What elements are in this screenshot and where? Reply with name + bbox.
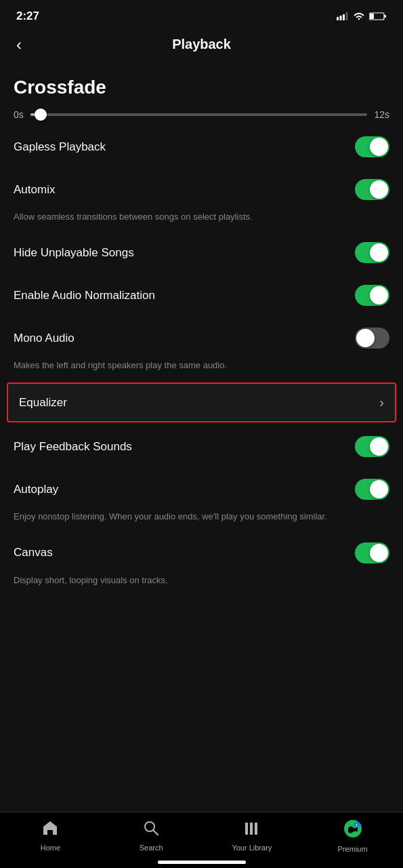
nav-label-search: Search	[140, 844, 163, 852]
autoplay-description: Enjoy nonstop listening. When your audio…	[0, 511, 403, 531]
setting-row-hide-unplayable: Hide Unplayable Songs	[0, 231, 403, 274]
svg-rect-11	[255, 823, 257, 835]
crossfade-title: Crossfade	[0, 68, 403, 104]
slider-thumb[interactable]	[35, 108, 47, 121]
svg-line-8	[154, 831, 158, 835]
toggle-thumb-automix	[370, 180, 388, 199]
crossfade-slider[interactable]	[30, 113, 368, 116]
svg-rect-3	[346, 12, 348, 20]
toggle-play-feedback[interactable]	[355, 436, 389, 457]
svg-rect-0	[337, 17, 339, 20]
svg-rect-6	[385, 15, 387, 18]
wifi-icon	[353, 12, 365, 21]
page-title: Playback	[172, 37, 231, 52]
bottom-nav: Home Search Your Library	[0, 812, 403, 868]
setting-label-canvas: Canvas	[14, 546, 53, 559]
search-icon	[142, 819, 160, 841]
setting-label-gapless-playback: Gapless Playback	[14, 140, 106, 154]
mono-audio-description: Makes the left and right speakers play t…	[0, 359, 403, 380]
toggle-audio-normalization[interactable]	[355, 285, 389, 306]
setting-row-gapless-playback: Gapless Playback	[0, 125, 403, 168]
toggle-thumb-play-feedback	[370, 437, 388, 456]
setting-row-play-feedback: Play Feedback Sounds	[0, 425, 403, 468]
nav-label-home: Home	[41, 844, 60, 852]
toggle-thumb-autoplay	[370, 480, 388, 498]
setting-row-mono-audio: Mono Audio	[0, 317, 403, 359]
setting-label-autoplay: Autoplay	[14, 483, 58, 496]
library-icon	[243, 819, 261, 841]
toggle-thumb-hide-unplayable	[370, 243, 388, 262]
setting-label-audio-normalization: Enable Audio Normalization	[14, 289, 155, 302]
toggle-hide-unplayable[interactable]	[355, 242, 389, 263]
svg-rect-5	[370, 14, 374, 19]
page-header: ‹ Playback	[0, 30, 403, 63]
toggle-gapless-playback[interactable]	[355, 136, 389, 157]
content-area: Crossfade 0s 12s Gapless Playback Automi…	[0, 63, 403, 600]
toggle-thumb-gapless-playback	[370, 138, 388, 156]
nav-item-premium[interactable]: f Premium	[302, 819, 403, 857]
status-bar: 2:27	[0, 0, 403, 30]
setting-label-equalizer: Equalizer	[19, 396, 67, 410]
chevron-right-icon: ›	[379, 395, 384, 410]
setting-label-hide-unplayable: Hide Unplayable Songs	[14, 246, 134, 260]
slider-min-label: 0s	[14, 109, 24, 120]
toggle-thumb-audio-normalization	[370, 286, 388, 304]
svg-rect-2	[343, 14, 345, 20]
toggle-automix[interactable]	[355, 179, 389, 200]
setting-row-automix: Automix	[0, 168, 403, 211]
setting-row-canvas: Canvas	[0, 532, 403, 574]
setting-row-audio-normalization: Enable Audio Normalization	[0, 274, 403, 317]
setting-label-mono-audio: Mono Audio	[14, 332, 75, 345]
toggle-canvas[interactable]	[355, 542, 389, 564]
battery-icon	[369, 12, 387, 21]
crossfade-section: Crossfade 0s 12s	[0, 68, 403, 125]
svg-rect-9	[245, 823, 248, 835]
home-icon	[41, 819, 59, 841]
automix-description: Allow seamless transitions between songs…	[0, 211, 403, 231]
toggle-thumb-canvas	[370, 544, 388, 562]
signal-icon	[337, 12, 349, 20]
toggle-thumb-mono-audio	[356, 329, 375, 347]
setting-label-play-feedback: Play Feedback Sounds	[14, 440, 132, 454]
setting-label-automix: Automix	[14, 183, 55, 197]
home-indicator	[158, 861, 246, 864]
nav-label-premium: Premium	[338, 845, 368, 853]
nav-item-library[interactable]: Your Library	[202, 819, 303, 856]
setting-row-equalizer[interactable]: Equalizer ›	[7, 382, 396, 422]
toggle-mono-audio[interactable]	[355, 328, 389, 349]
nav-item-search[interactable]: Search	[101, 819, 202, 856]
nav-item-home[interactable]: Home	[0, 819, 101, 856]
slider-max-label: 12s	[374, 109, 389, 120]
canvas-description: Display short, looping visuals on tracks…	[0, 574, 403, 595]
setting-row-autoplay: Autoplay	[0, 468, 403, 511]
nav-label-library: Your Library	[232, 844, 272, 852]
premium-icon: f	[343, 819, 362, 842]
crossfade-slider-row[interactable]: 0s 12s	[0, 104, 403, 125]
svg-rect-1	[340, 16, 342, 20]
status-time: 2:27	[16, 9, 39, 23]
status-icons	[337, 12, 387, 21]
svg-rect-10	[250, 823, 253, 835]
back-button[interactable]: ‹	[14, 33, 24, 57]
toggle-autoplay[interactable]	[355, 479, 389, 500]
